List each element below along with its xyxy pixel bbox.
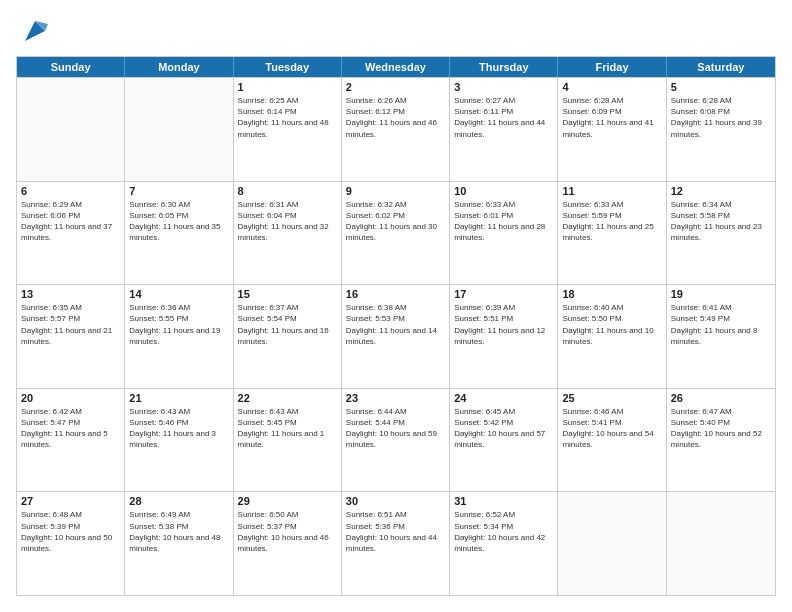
logo: [16, 16, 50, 46]
calendar-cell: [125, 78, 233, 181]
day-number: 13: [21, 288, 120, 300]
calendar-cell: 29Sunrise: 6:50 AM Sunset: 5:37 PM Dayli…: [234, 492, 342, 595]
cell-details: Sunrise: 6:34 AM Sunset: 5:58 PM Dayligh…: [671, 199, 771, 244]
weekday-header: Saturday: [667, 57, 775, 77]
cell-details: Sunrise: 6:26 AM Sunset: 6:12 PM Dayligh…: [346, 95, 445, 140]
calendar-row: 27Sunrise: 6:48 AM Sunset: 5:39 PM Dayli…: [17, 491, 775, 595]
calendar-cell: 21Sunrise: 6:43 AM Sunset: 5:46 PM Dayli…: [125, 389, 233, 492]
calendar-cell: [667, 492, 775, 595]
cell-details: Sunrise: 6:51 AM Sunset: 5:36 PM Dayligh…: [346, 509, 445, 554]
day-number: 12: [671, 185, 771, 197]
calendar-cell: 18Sunrise: 6:40 AM Sunset: 5:50 PM Dayli…: [558, 285, 666, 388]
cell-details: Sunrise: 6:29 AM Sunset: 6:06 PM Dayligh…: [21, 199, 120, 244]
day-number: 26: [671, 392, 771, 404]
calendar-cell: 17Sunrise: 6:39 AM Sunset: 5:51 PM Dayli…: [450, 285, 558, 388]
day-number: 11: [562, 185, 661, 197]
calendar-cell: 20Sunrise: 6:42 AM Sunset: 5:47 PM Dayli…: [17, 389, 125, 492]
weekday-header: Friday: [558, 57, 666, 77]
cell-details: Sunrise: 6:33 AM Sunset: 5:59 PM Dayligh…: [562, 199, 661, 244]
day-number: 27: [21, 495, 120, 507]
calendar-cell: 26Sunrise: 6:47 AM Sunset: 5:40 PM Dayli…: [667, 389, 775, 492]
logo-icon: [20, 16, 50, 46]
cell-details: Sunrise: 6:36 AM Sunset: 5:55 PM Dayligh…: [129, 302, 228, 347]
cell-details: Sunrise: 6:49 AM Sunset: 5:38 PM Dayligh…: [129, 509, 228, 554]
day-number: 22: [238, 392, 337, 404]
calendar-cell: [17, 78, 125, 181]
cell-details: Sunrise: 6:47 AM Sunset: 5:40 PM Dayligh…: [671, 406, 771, 451]
weekday-header: Tuesday: [234, 57, 342, 77]
calendar-cell: 16Sunrise: 6:38 AM Sunset: 5:53 PM Dayli…: [342, 285, 450, 388]
day-number: 6: [21, 185, 120, 197]
calendar-cell: 27Sunrise: 6:48 AM Sunset: 5:39 PM Dayli…: [17, 492, 125, 595]
cell-details: Sunrise: 6:43 AM Sunset: 5:46 PM Dayligh…: [129, 406, 228, 451]
cell-details: Sunrise: 6:45 AM Sunset: 5:42 PM Dayligh…: [454, 406, 553, 451]
day-number: 5: [671, 81, 771, 93]
calendar-row: 1Sunrise: 6:25 AM Sunset: 6:14 PM Daylig…: [17, 77, 775, 181]
cell-details: Sunrise: 6:50 AM Sunset: 5:37 PM Dayligh…: [238, 509, 337, 554]
calendar-cell: 8Sunrise: 6:31 AM Sunset: 6:04 PM Daylig…: [234, 182, 342, 285]
calendar-cell: 2Sunrise: 6:26 AM Sunset: 6:12 PM Daylig…: [342, 78, 450, 181]
calendar-cell: 12Sunrise: 6:34 AM Sunset: 5:58 PM Dayli…: [667, 182, 775, 285]
calendar-cell: 10Sunrise: 6:33 AM Sunset: 6:01 PM Dayli…: [450, 182, 558, 285]
calendar-row: 20Sunrise: 6:42 AM Sunset: 5:47 PM Dayli…: [17, 388, 775, 492]
day-number: 31: [454, 495, 553, 507]
day-number: 10: [454, 185, 553, 197]
cell-details: Sunrise: 6:41 AM Sunset: 5:49 PM Dayligh…: [671, 302, 771, 347]
day-number: 9: [346, 185, 445, 197]
cell-details: Sunrise: 6:27 AM Sunset: 6:11 PM Dayligh…: [454, 95, 553, 140]
cell-details: Sunrise: 6:46 AM Sunset: 5:41 PM Dayligh…: [562, 406, 661, 451]
weekday-header: Monday: [125, 57, 233, 77]
day-number: 4: [562, 81, 661, 93]
cell-details: Sunrise: 6:52 AM Sunset: 5:34 PM Dayligh…: [454, 509, 553, 554]
day-number: 18: [562, 288, 661, 300]
calendar-cell: 6Sunrise: 6:29 AM Sunset: 6:06 PM Daylig…: [17, 182, 125, 285]
calendar-cell: 25Sunrise: 6:46 AM Sunset: 5:41 PM Dayli…: [558, 389, 666, 492]
calendar-cell: 31Sunrise: 6:52 AM Sunset: 5:34 PM Dayli…: [450, 492, 558, 595]
calendar-cell: 14Sunrise: 6:36 AM Sunset: 5:55 PM Dayli…: [125, 285, 233, 388]
day-number: 7: [129, 185, 228, 197]
cell-details: Sunrise: 6:25 AM Sunset: 6:14 PM Dayligh…: [238, 95, 337, 140]
day-number: 1: [238, 81, 337, 93]
day-number: 24: [454, 392, 553, 404]
weekday-header: Wednesday: [342, 57, 450, 77]
calendar-cell: 3Sunrise: 6:27 AM Sunset: 6:11 PM Daylig…: [450, 78, 558, 181]
weekday-header: Sunday: [17, 57, 125, 77]
cell-details: Sunrise: 6:32 AM Sunset: 6:02 PM Dayligh…: [346, 199, 445, 244]
cell-details: Sunrise: 6:37 AM Sunset: 5:54 PM Dayligh…: [238, 302, 337, 347]
cell-details: Sunrise: 6:33 AM Sunset: 6:01 PM Dayligh…: [454, 199, 553, 244]
calendar-cell: 28Sunrise: 6:49 AM Sunset: 5:38 PM Dayli…: [125, 492, 233, 595]
calendar-body: 1Sunrise: 6:25 AM Sunset: 6:14 PM Daylig…: [17, 77, 775, 595]
calendar-cell: [558, 492, 666, 595]
day-number: 20: [21, 392, 120, 404]
calendar-cell: 11Sunrise: 6:33 AM Sunset: 5:59 PM Dayli…: [558, 182, 666, 285]
calendar-cell: 7Sunrise: 6:30 AM Sunset: 6:05 PM Daylig…: [125, 182, 233, 285]
calendar-cell: 1Sunrise: 6:25 AM Sunset: 6:14 PM Daylig…: [234, 78, 342, 181]
day-number: 14: [129, 288, 228, 300]
calendar-cell: 24Sunrise: 6:45 AM Sunset: 5:42 PM Dayli…: [450, 389, 558, 492]
calendar-cell: 23Sunrise: 6:44 AM Sunset: 5:44 PM Dayli…: [342, 389, 450, 492]
calendar-cell: 9Sunrise: 6:32 AM Sunset: 6:02 PM Daylig…: [342, 182, 450, 285]
day-number: 15: [238, 288, 337, 300]
calendar-header: SundayMondayTuesdayWednesdayThursdayFrid…: [17, 57, 775, 77]
calendar-cell: 19Sunrise: 6:41 AM Sunset: 5:49 PM Dayli…: [667, 285, 775, 388]
calendar-cell: 4Sunrise: 6:28 AM Sunset: 6:09 PM Daylig…: [558, 78, 666, 181]
day-number: 28: [129, 495, 228, 507]
cell-details: Sunrise: 6:30 AM Sunset: 6:05 PM Dayligh…: [129, 199, 228, 244]
cell-details: Sunrise: 6:43 AM Sunset: 5:45 PM Dayligh…: [238, 406, 337, 451]
day-number: 29: [238, 495, 337, 507]
day-number: 25: [562, 392, 661, 404]
calendar-cell: 22Sunrise: 6:43 AM Sunset: 5:45 PM Dayli…: [234, 389, 342, 492]
cell-details: Sunrise: 6:42 AM Sunset: 5:47 PM Dayligh…: [21, 406, 120, 451]
day-number: 16: [346, 288, 445, 300]
day-number: 23: [346, 392, 445, 404]
day-number: 8: [238, 185, 337, 197]
calendar-cell: 13Sunrise: 6:35 AM Sunset: 5:57 PM Dayli…: [17, 285, 125, 388]
calendar-cell: 30Sunrise: 6:51 AM Sunset: 5:36 PM Dayli…: [342, 492, 450, 595]
cell-details: Sunrise: 6:28 AM Sunset: 6:09 PM Dayligh…: [562, 95, 661, 140]
calendar-cell: 15Sunrise: 6:37 AM Sunset: 5:54 PM Dayli…: [234, 285, 342, 388]
page: SundayMondayTuesdayWednesdayThursdayFrid…: [0, 0, 792, 612]
calendar-cell: 5Sunrise: 6:28 AM Sunset: 6:08 PM Daylig…: [667, 78, 775, 181]
cell-details: Sunrise: 6:35 AM Sunset: 5:57 PM Dayligh…: [21, 302, 120, 347]
header: [16, 16, 776, 46]
day-number: 21: [129, 392, 228, 404]
